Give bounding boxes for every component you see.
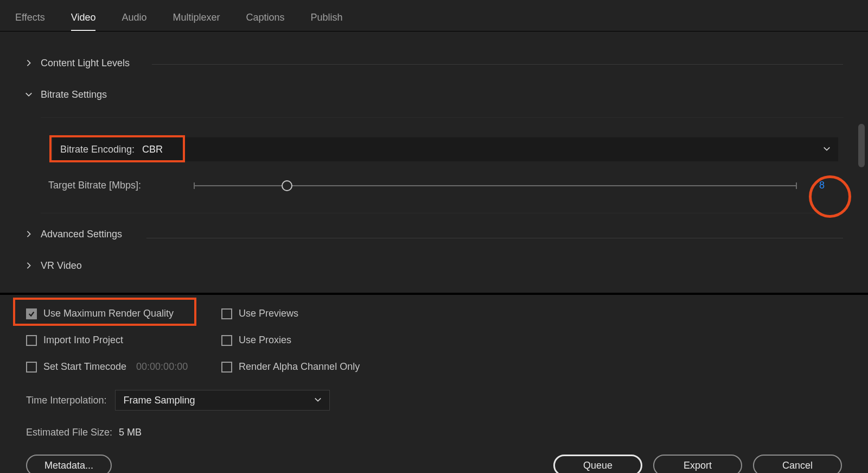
time-interpolation-row: Time Interpolation: Frame Sampling <box>26 390 842 411</box>
checkbox-icon <box>26 308 37 319</box>
section-bitrate-settings[interactable]: Bitrate Settings <box>24 84 844 105</box>
export-options-grid: Use Maximum Render Quality Use Previews … <box>26 308 842 373</box>
tab-publish[interactable]: Publish <box>311 12 343 31</box>
tab-multiplexer[interactable]: Multiplexer <box>173 12 220 31</box>
target-bitrate-value[interactable]: 8 <box>808 180 836 191</box>
chevron-right-icon <box>24 262 33 269</box>
section-label: Advanced Settings <box>41 229 122 240</box>
export-footer: Use Maximum Render Quality Use Previews … <box>0 293 868 473</box>
checkbox-icon <box>221 362 232 373</box>
bitrate-settings-body: Bitrate Encoding: CBR Target Bitrate [Mb… <box>41 117 844 213</box>
target-bitrate-row: Target Bitrate [Mbps]: 8 <box>45 180 839 191</box>
target-bitrate-slider[interactable] <box>194 185 797 186</box>
section-label: Bitrate Settings <box>41 89 107 100</box>
tab-effects[interactable]: Effects <box>15 12 45 31</box>
estimated-size-label: Estimated File Size: <box>26 427 112 438</box>
section-label: VR Video <box>41 260 82 272</box>
checkbox-label: Set Start Timecode <box>43 361 126 373</box>
footer-button-row: Metadata... Queue Export Cancel <box>26 455 842 473</box>
checkbox-icon <box>221 335 232 346</box>
estimated-size-value: 5 MB <box>119 427 142 438</box>
scrollbar-thumb[interactable] <box>858 124 865 167</box>
target-bitrate-label: Target Bitrate [Mbps]: <box>48 180 183 191</box>
checkbox-render-alpha-only[interactable]: Render Alpha Channel Only <box>221 361 842 373</box>
checkbox-label: Use Proxies <box>239 335 291 346</box>
checkbox-label: Use Maximum Render Quality <box>43 308 174 319</box>
tab-video[interactable]: Video <box>71 12 96 31</box>
queue-button[interactable]: Queue <box>553 455 642 473</box>
start-timecode-value[interactable]: 00:00:00:00 <box>136 361 188 373</box>
bitrate-encoding-label: Bitrate Encoding: <box>60 144 135 155</box>
checkbox-icon <box>221 308 232 319</box>
section-vr-video[interactable]: VR Video <box>24 255 844 276</box>
chevron-down-icon <box>314 395 322 406</box>
checkbox-use-proxies[interactable]: Use Proxies <box>221 335 842 346</box>
divider <box>146 238 843 238</box>
time-interpolation-dropdown[interactable]: Frame Sampling <box>115 390 330 411</box>
section-label: Content Light Levels <box>41 58 130 69</box>
divider <box>152 64 843 65</box>
tab-audio[interactable]: Audio <box>122 12 146 31</box>
checkbox-label: Use Previews <box>239 308 298 319</box>
checkbox-icon <box>26 335 37 346</box>
estimated-file-size-row: Estimated File Size: 5 MB <box>26 427 842 438</box>
section-content-light-levels[interactable]: Content Light Levels <box>24 52 844 74</box>
chevron-down-icon <box>823 144 831 155</box>
tab-captions[interactable]: Captions <box>246 12 285 31</box>
section-advanced-settings[interactable]: Advanced Settings <box>24 223 844 245</box>
checkbox-import-into-project[interactable]: Import Into Project <box>26 335 216 346</box>
dropdown-value: Frame Sampling <box>123 395 195 406</box>
bitrate-encoding-dropdown[interactable]: Bitrate Encoding: CBR <box>53 137 838 161</box>
checkbox-icon <box>26 362 37 373</box>
metadata-button[interactable]: Metadata... <box>26 455 112 473</box>
export-button[interactable]: Export <box>653 455 742 473</box>
checkbox-label: Render Alpha Channel Only <box>239 361 360 373</box>
chevron-down-icon <box>24 91 33 98</box>
checkbox-max-render-quality[interactable]: Use Maximum Render Quality <box>26 308 216 319</box>
chevron-right-icon <box>24 230 33 238</box>
cancel-button[interactable]: Cancel <box>753 455 842 473</box>
bitrate-encoding-value: CBR <box>142 144 163 155</box>
video-settings-scroll: Content Light Levels Bitrate Settings Bi… <box>0 31 868 293</box>
checkbox-set-start-timecode[interactable]: Set Start Timecode 00:00:00:00 <box>26 361 216 373</box>
slider-thumb[interactable] <box>282 180 292 191</box>
checkbox-label: Import Into Project <box>43 335 123 346</box>
time-interpolation-label: Time Interpolation: <box>26 395 106 406</box>
checkbox-use-previews[interactable]: Use Previews <box>221 308 842 319</box>
chevron-right-icon <box>24 59 33 67</box>
settings-tabbar: Effects Video Audio Multiplexer Captions… <box>0 0 868 31</box>
export-settings-panel: Effects Video Audio Multiplexer Captions… <box>0 0 868 473</box>
